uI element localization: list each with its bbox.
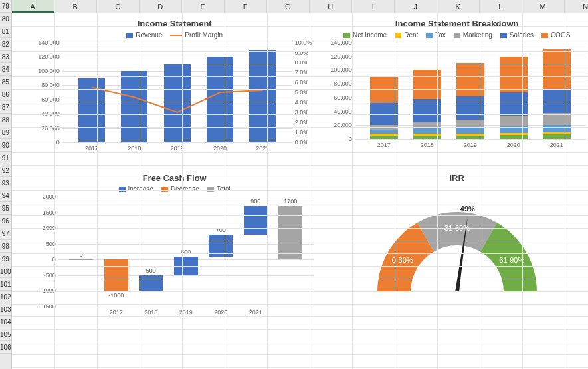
row-header[interactable]: 106	[0, 341, 11, 354]
bar-segment	[500, 116, 528, 127]
row-header[interactable]: 83	[0, 51, 11, 63]
waterfall-bar	[104, 259, 128, 291]
gauge-segment-label: 61-90%	[499, 256, 524, 264]
row-header[interactable]: 94	[0, 189, 11, 202]
bar-segment	[500, 133, 528, 135]
row-header[interactable]: 81	[0, 25, 11, 38]
waterfall-bar	[278, 206, 302, 259]
category-label: 2021	[249, 309, 262, 316]
column-header[interactable]: N	[565, 0, 588, 13]
legend-item: Net Income	[343, 31, 387, 39]
category-label: 2018	[421, 142, 434, 148]
row-header[interactable]: 100	[0, 265, 11, 278]
chart-title: Income Statement	[32, 19, 318, 29]
row-header[interactable]: 79	[0, 0, 11, 13]
bar-segment	[543, 49, 571, 89]
column-header[interactable]: J	[395, 0, 437, 13]
column-header[interactable]: A	[12, 0, 54, 13]
y-axis-label: 80,000	[32, 82, 60, 88]
y2-axis-label: 8.0%	[295, 59, 309, 66]
y-axis-label: 0	[32, 256, 56, 263]
chart-income-breakdown[interactable]: Income Statement Breakdown Net IncomeRen…	[324, 19, 588, 165]
column-header[interactable]: E	[182, 0, 225, 13]
swatch-icon	[454, 33, 460, 38]
row-header[interactable]: 92	[0, 164, 11, 177]
column-header[interactable]: M	[522, 0, 565, 13]
y2-axis-label: 4.0%	[295, 99, 309, 106]
chart-irr[interactable]: IRR 0-30%31-60%61-90%49%	[344, 173, 570, 339]
row-header[interactable]: 87	[0, 101, 11, 114]
row-header[interactable]: 88	[0, 114, 11, 126]
column-header[interactable]: F	[225, 0, 267, 13]
bar-segment	[543, 134, 571, 139]
legend-item: COGS	[541, 31, 570, 39]
row-header[interactable]: 99	[0, 253, 11, 265]
row-header[interactable]: 84	[0, 63, 11, 76]
legend-item: Salaries	[500, 31, 534, 39]
y-axis-label: 140,000	[32, 39, 60, 46]
row-header[interactable]: 89	[0, 126, 11, 139]
column-header[interactable]: H	[310, 0, 352, 13]
swatch-icon	[343, 33, 350, 38]
column-header[interactable]: G	[267, 0, 310, 13]
gauge: 0-30%31-60%61-90%49%	[344, 185, 570, 318]
column-header[interactable]: C	[97, 0, 140, 13]
column-header[interactable]: L	[480, 0, 522, 13]
row-header[interactable]: 105	[0, 328, 11, 341]
plot-area: 0-30%31-60%61-90%49%	[344, 185, 570, 318]
swatch-icon	[119, 187, 126, 192]
chart-income-statement[interactable]: Income Statement Revenue Profit Margin 0…	[32, 19, 318, 165]
row-header[interactable]: 82	[0, 38, 11, 51]
row-header[interactable]: 80	[0, 13, 11, 25]
row-header[interactable]: 102	[0, 291, 11, 303]
row-header[interactable]: 90	[0, 139, 11, 152]
category-label: 2019	[464, 142, 477, 148]
waterfall-bar	[139, 275, 163, 291]
bar-segment	[500, 135, 528, 139]
column-header[interactable]: K	[437, 0, 480, 13]
y-axis-label: -500	[32, 272, 56, 279]
y-axis-label: 60,000	[324, 94, 352, 101]
category-label: 2020	[214, 309, 227, 316]
legend-item: Total	[207, 185, 231, 193]
row-header[interactable]: 93	[0, 177, 11, 189]
bar-segment	[500, 92, 528, 116]
row-header[interactable]: 86	[0, 88, 11, 101]
y2-axis-label: 6.0%	[295, 79, 309, 86]
column-header[interactable]: I	[352, 0, 395, 13]
y-axis-label: 120,000	[32, 53, 60, 60]
legend-label: Net Income	[353, 31, 387, 39]
chart-title: Income Statement Breakdown	[324, 19, 588, 29]
legend-label: Rent	[404, 31, 418, 39]
y2-axis-label: 7.0%	[295, 69, 309, 76]
chart-free-cash-flow[interactable]: Free Cash Flow IncreaseDecreaseTotal -15…	[32, 173, 318, 339]
bar-segment	[543, 132, 571, 134]
row-header[interactable]: 97	[0, 227, 11, 240]
row-header[interactable]: 85	[0, 76, 11, 88]
swatch-icon	[426, 33, 433, 38]
legend-label: COGS	[551, 31, 570, 39]
row-headers: 7980818283848586878889909192939495969798…	[0, 0, 12, 369]
y-axis-label: 100,000	[32, 68, 60, 74]
legend-label: Decrease	[171, 185, 199, 193]
row-header[interactable]: 96	[0, 215, 11, 227]
swatch-icon	[207, 187, 214, 192]
swatch-icon	[541, 33, 548, 38]
row-header[interactable]: 103	[0, 303, 11, 316]
data-label: -1000	[108, 292, 124, 299]
row-header[interactable]: 101	[0, 278, 11, 291]
swatch-icon	[126, 33, 133, 38]
spreadsheet: 7980818283848586878889909192939495969798…	[0, 0, 588, 369]
row-header[interactable]: 95	[0, 202, 11, 215]
legend: Net IncomeRentTaxMarketingSalariesCOGS	[324, 31, 588, 39]
row-header[interactable]: 104	[0, 316, 11, 328]
y2-axis-label: 5.0%	[295, 89, 309, 96]
y-axis-label: 100,000	[324, 66, 352, 73]
cells[interactable]: Income Statement Revenue Profit Margin 0…	[12, 13, 588, 369]
legend-item: Increase	[119, 185, 153, 193]
y-axis-label: 140,000	[324, 39, 352, 46]
row-header[interactable]: 91	[0, 152, 11, 164]
row-header[interactable]: 98	[0, 240, 11, 253]
column-header[interactable]: B	[54, 0, 97, 13]
column-header[interactable]: D	[140, 0, 182, 13]
